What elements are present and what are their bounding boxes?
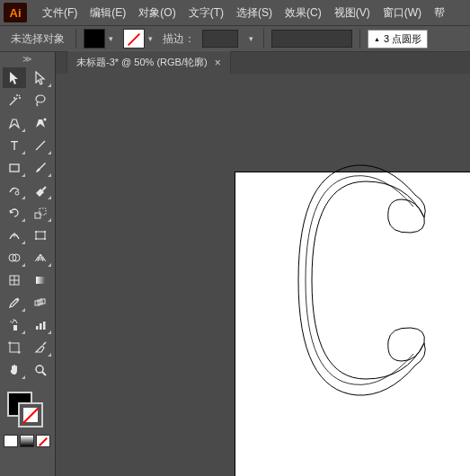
menu-view[interactable]: 视图(V) <box>328 0 377 25</box>
profile-dropdown[interactable] <box>271 30 352 48</box>
tool-panel: ≫ T <box>0 52 56 476</box>
document-tab-title: 未标题-3* @ 50% (RGB/轮廓) <box>76 56 208 69</box>
menu-type[interactable]: 文字(T) <box>182 0 230 25</box>
svg-point-14 <box>44 238 46 240</box>
svg-point-11 <box>35 231 37 233</box>
line-tool[interactable] <box>29 135 52 155</box>
tool-panel-grip[interactable]: ≫ <box>0 52 55 65</box>
fill-stroke-indicator[interactable] <box>4 388 49 433</box>
brush-preset-label: 3 点圆形 <box>384 32 421 46</box>
slice-tool[interactable] <box>29 337 52 357</box>
type-tool[interactable]: T <box>3 135 26 155</box>
stroke-weight-input[interactable] <box>202 30 238 48</box>
pen-tool[interactable] <box>3 112 26 133</box>
separator <box>75 29 76 48</box>
svg-rect-30 <box>10 343 19 352</box>
artwork-letter-c <box>271 154 469 424</box>
svg-rect-24 <box>13 325 17 331</box>
svg-point-12 <box>44 231 46 233</box>
svg-line-35 <box>43 342 46 345</box>
svg-line-3 <box>36 141 45 150</box>
paintbrush-tool[interactable] <box>29 157 52 178</box>
column-graph-tool[interactable] <box>29 314 52 335</box>
canvas[interactable] <box>56 74 470 476</box>
curvature-tool[interactable] <box>29 112 52 133</box>
direct-selection-tool[interactable] <box>29 67 52 88</box>
eraser-tool[interactable] <box>29 180 52 200</box>
app-logo: Ai <box>4 3 27 22</box>
document-tab-bar: 未标题-3* @ 50% (RGB/轮廓) × <box>56 52 470 74</box>
menu-help[interactable]: 帮 <box>428 0 451 25</box>
svg-point-13 <box>35 238 37 240</box>
svg-line-37 <box>42 372 46 375</box>
svg-point-26 <box>13 319 14 321</box>
width-tool[interactable] <box>3 225 26 245</box>
scale-tool[interactable] <box>29 202 52 223</box>
artboard-tool[interactable] <box>3 337 26 357</box>
color-mode-button[interactable] <box>4 435 18 447</box>
svg-point-25 <box>10 321 12 322</box>
menu-effect[interactable]: 效果(C) <box>279 0 328 25</box>
svg-point-5 <box>15 191 19 195</box>
svg-text:T: T <box>11 138 19 153</box>
lasso-tool[interactable] <box>29 90 52 110</box>
gradient-mode-button[interactable] <box>20 435 34 447</box>
stroke-label: 描边： <box>163 31 195 47</box>
symbol-sprayer-tool[interactable] <box>3 314 26 335</box>
free-transform-tool[interactable] <box>29 225 52 245</box>
svg-rect-28 <box>40 323 42 330</box>
selection-tool[interactable] <box>3 67 26 88</box>
stroke-color-box[interactable] <box>18 402 43 428</box>
svg-rect-10 <box>36 232 45 239</box>
separator <box>263 29 264 48</box>
svg-rect-4 <box>10 164 19 172</box>
eyedropper-tool[interactable] <box>3 292 26 313</box>
menu-object[interactable]: 对象(O) <box>132 0 182 25</box>
hand-tool[interactable] <box>3 359 26 380</box>
rectangle-tool[interactable] <box>3 157 26 178</box>
fill-swatch[interactable] <box>84 29 105 48</box>
fill-dropdown[interactable]: ▾ <box>105 29 116 48</box>
mesh-tool[interactable] <box>3 269 26 290</box>
menu-file[interactable]: 文件(F) <box>36 0 84 25</box>
selection-status: 未选择对象 <box>7 31 68 47</box>
menu-select[interactable]: 选择(S) <box>230 0 279 25</box>
document-area: 未标题-3* @ 50% (RGB/轮廓) × <box>56 52 470 476</box>
rotate-tool[interactable] <box>3 202 26 223</box>
caret-up-icon: ▲ <box>374 36 380 42</box>
svg-rect-29 <box>43 322 46 330</box>
svg-rect-20 <box>36 277 45 284</box>
zoom-tool[interactable] <box>29 359 52 380</box>
svg-point-1 <box>43 118 46 120</box>
brush-preset-dropdown[interactable]: ▲ 3 点圆形 <box>368 30 428 48</box>
stroke-dropdown[interactable]: ▾ <box>145 29 155 48</box>
menu-window[interactable]: 窗口(W) <box>377 0 428 25</box>
shaper-tool[interactable] <box>3 180 26 200</box>
svg-line-6 <box>42 187 46 190</box>
separator <box>359 29 360 48</box>
gradient-tool[interactable] <box>29 269 52 290</box>
perspective-grid-tool[interactable] <box>29 247 52 268</box>
stroke-weight-dropdown[interactable]: ▾ <box>245 29 256 48</box>
svg-rect-27 <box>36 326 39 330</box>
shape-builder-tool[interactable] <box>3 247 26 268</box>
menu-bar: Ai 文件(F) 编辑(E) 对象(O) 文字(T) 选择(S) 效果(C) 视… <box>0 0 470 25</box>
menu-edit[interactable]: 编辑(E) <box>84 0 132 25</box>
magic-wand-tool[interactable] <box>3 90 26 110</box>
svg-point-36 <box>36 366 43 373</box>
tab-close-button[interactable]: × <box>215 57 221 69</box>
stroke-swatch[interactable] <box>123 29 145 48</box>
artboard <box>235 172 470 476</box>
document-tab[interactable]: 未标题-3* @ 50% (RGB/轮廓) × <box>67 50 231 74</box>
blend-tool[interactable] <box>29 292 52 313</box>
control-bar: 未选择对象 ▾ ▾ 描边： ▾ ▲ 3 点圆形 <box>0 25 470 52</box>
none-mode-button[interactable] <box>36 435 50 447</box>
